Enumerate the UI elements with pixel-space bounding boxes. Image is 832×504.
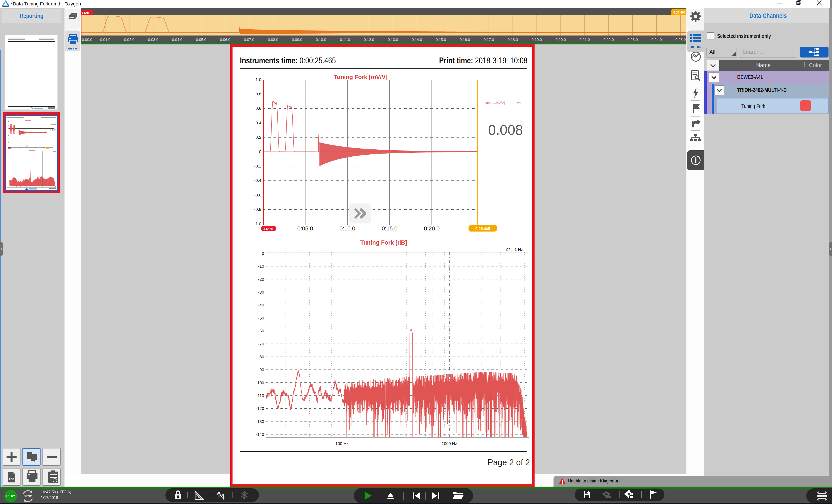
svg-text:0:15.0: 0:15.0 [382,225,397,232]
svg-text:-140: -140 [256,432,264,437]
svg-text:100 Hz: 100 Hz [335,441,348,446]
svg-text:-20: -20 [258,277,264,282]
svg-text:START: START [263,227,274,231]
svg-text:-110: -110 [256,393,264,398]
svg-text:-80: -80 [258,354,264,359]
svg-text:-40: -40 [258,303,264,307]
svg-text:0.6: 0.6 [256,106,261,111]
svg-text:-70: -70 [258,342,264,346]
svg-text:-60: -60 [258,329,264,333]
svg-text:-130: -130 [256,419,264,424]
svg-text:-30: -30 [258,290,264,294]
svg-text:0.4: 0.4 [256,121,261,125]
svg-text:0: 0 [262,251,264,256]
svg-text:-1.0: -1.0 [254,221,261,226]
svg-text:0:25.465: 0:25.465 [475,227,490,231]
svg-text:-120: -120 [256,406,264,411]
svg-text:-0.4: -0.4 [254,178,261,183]
svg-text:-90: -90 [258,367,264,372]
svg-text:0:10.0: 0:10.0 [339,225,355,232]
svg-text:1000 Hz: 1000 Hz [442,441,457,446]
svg-text:0: 0 [259,150,261,154]
svg-text:0:05.0: 0:05.0 [297,225,313,232]
svg-text:-0.2: -0.2 [254,164,261,168]
svg-text:0.8: 0.8 [256,92,261,96]
svg-text:0.2: 0.2 [256,135,261,140]
svg-text:0:20.0: 0:20.0 [424,225,440,232]
svg-text:-50: -50 [258,316,264,320]
svg-text:-0.8: -0.8 [254,207,261,212]
svg-text:SYNC: SYNC [24,495,32,498]
svg-text:-0.6: -0.6 [254,193,261,197]
svg-text:1.0: 1.0 [256,77,261,82]
svg-text:-100: -100 [256,380,264,385]
svg-text:-10: -10 [258,264,264,269]
